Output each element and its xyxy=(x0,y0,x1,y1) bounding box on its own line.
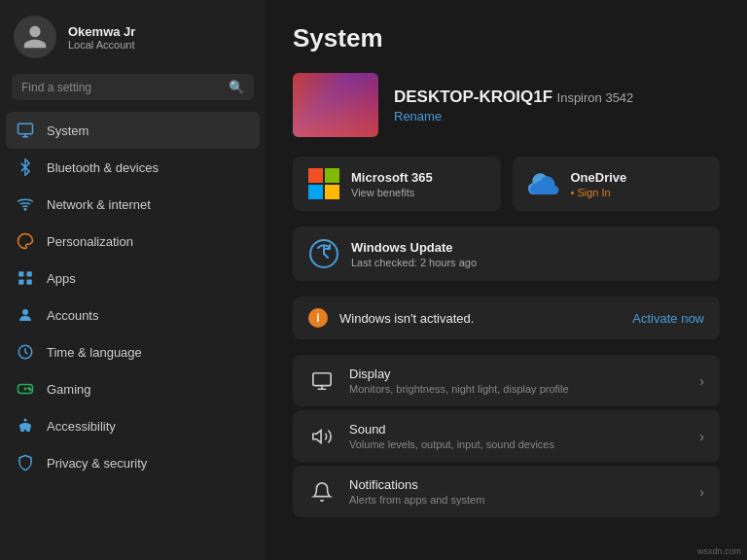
main-content: System DESKTOP-KROIQ1F Inspiron 3542 Ren… xyxy=(266,0,747,560)
onedrive-title: OneDrive xyxy=(571,170,627,185)
nav-list: System Bluetooth & devices Network & int… xyxy=(0,108,266,560)
activation-banner: i Windows isn't activated. Activate now xyxy=(293,297,720,339)
microsoft365-text: Microsoft 365 View benefits xyxy=(351,170,433,198)
display-title: Display xyxy=(349,367,686,381)
update-sub: Last checked: 2 hours ago xyxy=(351,257,477,268)
onedrive-text: OneDrive • Sign In xyxy=(571,170,627,198)
notifications-title: Notifications xyxy=(349,477,686,492)
svg-rect-19 xyxy=(313,372,331,385)
svg-rect-2 xyxy=(18,271,23,276)
svg-point-13 xyxy=(24,419,27,422)
accessibility-icon xyxy=(16,416,35,436)
bluetooth-icon xyxy=(16,158,35,177)
search-input[interactable] xyxy=(21,81,221,94)
notifications-text: Notifications Alerts from apps and syste… xyxy=(349,477,686,506)
sidebar-item-gaming[interactable]: Gaming xyxy=(6,370,260,407)
device-info: DESKTOP-KROIQ1F Inspiron 3542 Rename xyxy=(394,88,633,123)
svg-rect-16 xyxy=(308,185,323,199)
sidebar-item-system[interactable]: System xyxy=(6,112,260,149)
display-chevron: › xyxy=(699,373,704,389)
onedrive-sub: • Sign In xyxy=(571,187,627,198)
onedrive-tile[interactable]: OneDrive • Sign In xyxy=(513,157,721,211)
brush-icon xyxy=(16,231,35,251)
svg-rect-14 xyxy=(308,168,323,183)
time-icon xyxy=(16,342,35,362)
warning-icon: i xyxy=(308,308,328,328)
svg-rect-0 xyxy=(18,123,33,134)
user-info: Okemwa Jr Local Account xyxy=(68,24,135,51)
device-name: DESKTOP-KROIQ1F xyxy=(394,88,552,106)
sidebar-item-bluetooth[interactable]: Bluetooth & devices xyxy=(6,149,260,186)
svg-rect-15 xyxy=(325,168,339,183)
watermark: wsxdn.com xyxy=(697,546,741,556)
app-tiles-row: Microsoft 365 View benefits OneDrive • S… xyxy=(293,157,720,211)
microsoft365-title: Microsoft 365 xyxy=(351,170,433,185)
svg-rect-3 xyxy=(27,271,32,276)
svg-point-6 xyxy=(22,309,28,315)
svg-rect-5 xyxy=(27,280,32,285)
rename-link[interactable]: Rename xyxy=(394,109,633,123)
page-title: System xyxy=(293,23,720,53)
user-section[interactable]: Okemwa Jr Local Account xyxy=(0,0,266,70)
network-icon xyxy=(16,194,35,214)
microsoft365-sub: View benefits xyxy=(351,187,433,198)
sound-icon xyxy=(308,423,336,450)
sound-text: Sound Volume levels, output, input, soun… xyxy=(349,422,686,450)
sidebar-label-privacy: Privacy & security xyxy=(47,456,147,471)
sound-chevron: › xyxy=(699,429,704,444)
device-thumbnail xyxy=(293,73,378,137)
notifications-sub: Alerts from apps and system xyxy=(349,494,686,506)
user-type: Local Account xyxy=(68,39,135,51)
device-model: Inspiron 3542 xyxy=(557,90,634,105)
device-card: DESKTOP-KROIQ1F Inspiron 3542 Rename xyxy=(293,73,720,137)
gaming-icon xyxy=(16,379,35,399)
apps-icon xyxy=(16,268,35,288)
microsoft365-icon xyxy=(308,168,339,199)
sidebar-label-apps: Apps xyxy=(47,271,76,286)
sidebar-item-apps[interactable]: Apps xyxy=(6,260,260,297)
svg-marker-20 xyxy=(313,430,321,442)
sidebar: Okemwa Jr Local Account 🔍 System Bluetoo… xyxy=(0,0,266,560)
sidebar-label-network: Network & internet xyxy=(47,197,151,212)
settings-item-display[interactable]: Display Monitors, brightness, night ligh… xyxy=(293,355,720,406)
user-name: Okemwa Jr xyxy=(68,24,135,39)
sound-title: Sound xyxy=(349,422,686,437)
activate-now-link[interactable]: Activate now xyxy=(632,311,704,326)
sidebar-label-bluetooth: Bluetooth & devices xyxy=(47,160,159,175)
display-sub: Monitors, brightness, night light, displ… xyxy=(349,383,686,395)
settings-item-notifications[interactable]: Notifications Alerts from apps and syste… xyxy=(293,466,720,517)
settings-item-sound[interactable]: Sound Volume levels, output, input, soun… xyxy=(293,410,720,462)
sidebar-label-time: Time & language xyxy=(47,345,142,360)
sidebar-item-personalization[interactable]: Personalization xyxy=(6,223,260,260)
sidebar-label-accessibility: Accessibility xyxy=(47,419,116,434)
sidebar-item-accessibility[interactable]: Accessibility xyxy=(6,407,260,444)
settings-list: Display Monitors, brightness, night ligh… xyxy=(293,355,720,519)
microsoft365-tile[interactable]: Microsoft 365 View benefits xyxy=(293,157,501,211)
sidebar-item-time[interactable]: Time & language xyxy=(6,333,260,370)
sidebar-item-privacy[interactable]: Privacy & security xyxy=(6,444,260,481)
display-text: Display Monitors, brightness, night ligh… xyxy=(349,367,686,395)
sidebar-label-personalization: Personalization xyxy=(47,234,133,249)
onedrive-icon xyxy=(528,168,559,199)
svg-rect-4 xyxy=(18,280,23,285)
notifications-icon xyxy=(308,478,336,506)
avatar xyxy=(14,16,56,58)
sidebar-item-network[interactable]: Network & internet xyxy=(6,186,260,223)
notifications-chevron: › xyxy=(699,484,704,500)
sidebar-item-accounts[interactable]: Accounts xyxy=(6,297,260,333)
display-icon xyxy=(308,368,336,395)
windows-update-row[interactable]: Windows Update Last checked: 2 hours ago xyxy=(293,227,720,281)
update-title: Windows Update xyxy=(351,240,477,255)
sidebar-label-system: System xyxy=(47,123,89,138)
account-icon xyxy=(16,305,35,325)
monitor-icon xyxy=(16,121,35,140)
sidebar-label-accounts: Accounts xyxy=(47,308,98,323)
search-box[interactable]: 🔍 xyxy=(12,74,254,100)
svg-rect-17 xyxy=(325,185,339,199)
svg-point-1 xyxy=(24,209,26,211)
update-text: Windows Update Last checked: 2 hours ago xyxy=(351,240,477,268)
activation-message: Windows isn't activated. xyxy=(339,311,621,326)
svg-point-12 xyxy=(30,389,32,391)
sidebar-label-gaming: Gaming xyxy=(47,382,91,397)
windows-update-icon xyxy=(308,238,339,269)
